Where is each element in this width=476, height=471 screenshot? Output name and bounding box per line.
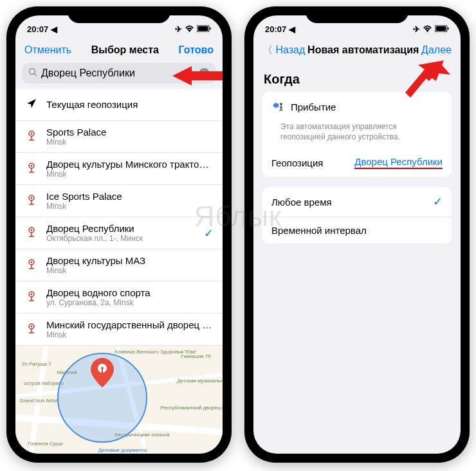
time-option-row[interactable]: Временной интервал — [262, 217, 452, 244]
map-pin-icon — [91, 358, 114, 390]
result-row[interactable]: Sports PalaceMinsk — [15, 121, 223, 153]
airplane-icon: ✈ — [175, 24, 182, 34]
svg-point-31 — [31, 326, 33, 328]
time-card: Любое время✓Временной интервал — [262, 187, 452, 244]
geo-label: Геопозиция — [271, 157, 323, 168]
map-poi-label: Ул Ратуша 7 — [22, 361, 51, 367]
pin-icon — [27, 163, 36, 175]
svg-point-19 — [31, 229, 33, 231]
result-title: Минский государственный дворец дете… — [46, 319, 214, 330]
time-option-label: Временной интервал — [271, 225, 367, 236]
svg-point-15 — [31, 197, 33, 199]
wifi-icon — [423, 24, 432, 34]
svg-point-42 — [280, 103, 282, 105]
location-arrow-icon — [26, 98, 37, 111]
map-poi-label: Деловые документы — [98, 447, 147, 453]
map-poi-label: Детская музыкальная шк. N10 — [177, 378, 223, 384]
wifi-icon — [185, 24, 194, 34]
check-icon: ✓ — [204, 226, 214, 240]
check-icon: ✓ — [433, 195, 443, 209]
battery-icon — [435, 24, 449, 34]
result-title: Дворец культуры Минского тракторног… — [46, 159, 214, 170]
nav-title: Новая автоматизация — [307, 44, 419, 56]
svg-marker-5 — [172, 66, 223, 85]
back-button[interactable]: 〈 Назад — [262, 44, 305, 57]
result-subtitle: Minsk — [46, 170, 214, 179]
nav-title: Выбор места — [91, 44, 159, 56]
result-subtitle: Minsk — [46, 138, 214, 147]
pin-icon — [27, 259, 36, 271]
result-row[interactable]: Минский государственный дворец дете…Mins… — [15, 314, 223, 346]
result-subtitle: Октябрьская пл., 1-, Минск — [46, 234, 196, 243]
svg-rect-36 — [102, 368, 103, 373]
arrival-icon — [271, 100, 284, 114]
pin-icon — [27, 291, 36, 303]
svg-marker-41 — [405, 60, 444, 98]
location-indicator-icon: ◀ — [289, 24, 295, 34]
nav-bar: Отменить Выбор места Готово — [15, 37, 223, 63]
done-button[interactable]: Готово — [179, 44, 214, 56]
map-poi-label: Республиканский дворец культуры — [160, 405, 223, 411]
result-subtitle: Minsk — [46, 202, 214, 211]
phone-right: 20:07 ◀ ✈ 〈 Назад Новая автоматиз — [244, 6, 470, 463]
result-title: Дворец культуры МАЗ — [46, 255, 214, 266]
status-time: 20:07 — [265, 24, 286, 34]
svg-point-3 — [30, 69, 35, 75]
search-icon — [28, 67, 37, 79]
svg-point-23 — [31, 262, 33, 263]
pin-icon — [27, 323, 36, 335]
result-title: Текущая геопозиция — [46, 99, 214, 110]
pin-icon — [27, 227, 36, 239]
annotation-arrow — [405, 60, 450, 105]
annotation-arrow — [172, 64, 223, 87]
pin-icon — [27, 130, 36, 143]
result-subtitle: Minsk — [46, 266, 214, 275]
time-option-row[interactable]: Любое время✓ — [262, 187, 452, 217]
result-title: Дворец водного спорта — [46, 287, 214, 298]
svg-point-27 — [31, 294, 33, 296]
result-row[interactable]: Дворец РеспубликиОктябрьская пл., 1-, Ми… — [15, 217, 223, 249]
time-option-label: Любое время — [271, 197, 332, 208]
map-poi-label: Гимназия 75 — [181, 353, 211, 359]
notch — [68, 6, 170, 23]
chevron-left-icon: 〈 — [262, 44, 275, 55]
phone-left: 20:07 ◀ ✈ Отменить Выбор места Готово — [6, 6, 232, 463]
result-subtitle: ул. Сурганова, 2а, Minsk — [46, 298, 214, 307]
airplane-icon: ✈ — [413, 24, 420, 34]
map-poi-label: остров лаборато — [24, 380, 64, 386]
result-row[interactable]: Дворец культуры Минского тракторног…Mins… — [15, 153, 223, 185]
geo-row[interactable]: Геопозиция Дворец Республики — [262, 148, 452, 177]
result-title: Sports Palace — [46, 127, 214, 138]
status-time: 20:07 — [27, 24, 48, 34]
arrival-note: Эта автоматизация управляется геопозицие… — [262, 121, 452, 148]
next-button[interactable]: Далее — [421, 44, 452, 56]
result-title: Дворец Республики — [46, 223, 196, 234]
pin-icon — [27, 195, 36, 207]
svg-rect-2 — [210, 27, 211, 30]
svg-rect-38 — [436, 26, 446, 31]
map-poi-label: Планета Суши — [28, 441, 62, 447]
results-list: Текущая геопозицияSports PalaceMinskДвор… — [15, 89, 223, 346]
svg-rect-1 — [198, 26, 208, 31]
map-poi-label: Grand Noir Artist — [19, 398, 57, 404]
result-subtitle: Minsk — [46, 330, 214, 339]
svg-point-7 — [31, 133, 33, 135]
result-row[interactable]: Дворец культуры МАЗMinsk — [15, 249, 223, 281]
svg-point-11 — [31, 165, 33, 167]
svg-rect-39 — [448, 27, 449, 30]
map[interactable]: Клиника Женского Здоровья "Ева" Гимназия… — [15, 346, 223, 454]
result-title: Ice Sports Palace — [46, 191, 214, 202]
result-row[interactable]: Текущая геопозиция — [15, 89, 223, 121]
nav-bar: 〈 Назад Новая автоматизация Далее — [253, 37, 461, 63]
cancel-button[interactable]: Отменить — [24, 44, 71, 56]
notch — [306, 6, 408, 23]
battery-icon — [197, 24, 211, 34]
geo-value-link[interactable]: Дворец Республики — [354, 156, 443, 169]
arrival-label: Прибытие — [291, 102, 336, 112]
svg-line-4 — [35, 74, 37, 76]
result-row[interactable]: Дворец водного спортаул. Сурганова, 2а, … — [15, 281, 223, 314]
result-row[interactable]: Ice Sports PalaceMinsk — [15, 185, 223, 217]
location-indicator-icon: ◀ — [51, 24, 57, 34]
